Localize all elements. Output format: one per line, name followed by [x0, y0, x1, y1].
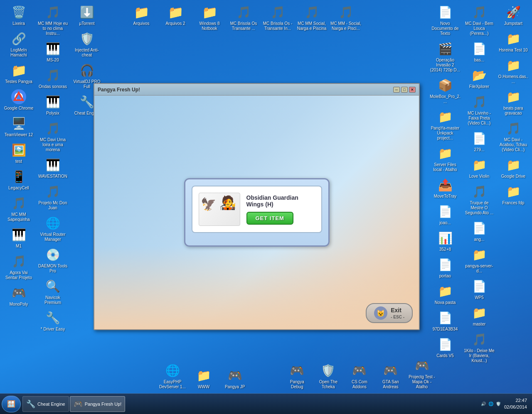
icon-mc-livinho[interactable]: 🎵 MC Livinho - Faixa Preta (Video Cli...… [463, 92, 496, 127]
icon-love-violin[interactable]: 📁 Love Violin [463, 155, 496, 181]
icon-truque[interactable]: 🎵 Truque de Mestre O Segundo Ato ... [463, 181, 496, 217]
icon-label-m1: M1 [16, 244, 22, 249]
icon-lixeira[interactable]: 🗑️ Lixeira [2, 2, 35, 28]
icon-label-driver-easy: * Driver Easy [41, 327, 65, 332]
icon-operacao[interactable]: 🎬 Operação Invasão 2 (2014) 720p D... [429, 39, 462, 74]
icon-mc-brisola[interactable]: 🎵 MC Brisola Os Transante ... [227, 2, 260, 33]
icon-utorrent[interactable]: ⬇️ µTorrent [70, 2, 103, 28]
icon-ms20[interactable]: 🎹 MS-20 [36, 39, 69, 64]
icon-ang[interactable]: 📄 ang... [463, 218, 496, 244]
icon-joao[interactable]: 📄 joao... [429, 201, 462, 227]
icon-bas[interactable]: 📄 bas... [463, 39, 496, 64]
icon-label-jumpstart: Jumpstart [504, 21, 522, 26]
icon-mc-davi-acabou[interactable]: 🎵 MC Davi - Acabou, Tchau (Video Cli...) [497, 118, 530, 154]
taskbar-item-cheat-engine[interactable]: 🔧 Cheat Engine [22, 396, 69, 412]
maximize-button[interactable]: □ [401, 87, 408, 93]
icon-mc-davi-bem-louca[interactable]: 🎵 MC Davi - Bem Louca (Perera...) [463, 2, 496, 38]
icon-arquivos2[interactable]: 📁 Arquivos 2 [159, 2, 192, 33]
taskbar-item-pangya[interactable]: 🎮 Pangya Fresh Up! [70, 396, 126, 412]
icon-pangya-jp[interactable]: 🎮 Pangya JP [220, 365, 249, 391]
icon-wp5[interactable]: 📄 WP5 [463, 276, 496, 302]
pangya-master-icon: 📁 [437, 108, 453, 125]
icon-legacycell[interactable]: 📱 LegacyCell [2, 167, 35, 192]
icon-mc-mm-sapequinha[interactable]: 🎵 MC MM Sapequinha [2, 193, 35, 224]
icon-daemon-tools[interactable]: 💿 DAEMON Tools Pro [36, 245, 69, 275]
icon-pangya-server[interactable]: 📁 pangya-server-d... [463, 245, 496, 275]
ms20-icon: 🎹 [44, 40, 61, 57]
icon-molebox[interactable]: 📦 MoleBox_Pro_2.... [429, 75, 462, 106]
icon-label-ondas: Ondas sonoras [39, 84, 67, 89]
icon-o-homens[interactable]: 📁 O.Homens.das..... [497, 55, 530, 86]
icon-label-pangya-master: PangYa-master Unkpack project... [430, 126, 461, 141]
icon-m1[interactable]: 🎹 M1 [2, 225, 35, 250]
icon-mc-mm-social[interactable]: 🎵 MC MM Social, Narga e Piscina [295, 2, 328, 33]
icon-jumpstart[interactable]: 🚀 Jumpstart [497, 2, 530, 28]
icon-polysix[interactable]: 🎹 Polysix [36, 92, 69, 118]
icon-server-files[interactable]: 📁 Server Files local - Atalho [429, 143, 462, 174]
navicok-icon: 🔍 [44, 278, 61, 294]
icon-agora-vai[interactable]: 🎵 Agora Vai Sentar Projeto [2, 251, 35, 282]
icon-test[interactable]: 🖼️ test [2, 140, 35, 166]
item-info: Obsidian Guardian Wings (H) GET ITEM [246, 194, 315, 225]
icon-frances[interactable]: 📁 Frances fdp [497, 181, 530, 207]
icon-hsreina[interactable]: 📁 Hsreina Test 10 [497, 29, 530, 54]
icon-label-pangya-debug: Pangya Debug [283, 380, 311, 390]
icon-movetotray[interactable]: 📤 MoveToTray [429, 175, 462, 201]
icon-pangya-debug[interactable]: 🎮 Pangya Debug [283, 360, 312, 391]
daemon-tools-icon: 💿 [44, 246, 61, 263]
icon-ondas[interactable]: 🎵 Ondas sonoras [36, 65, 69, 91]
icon-filexplorer[interactable]: 📂 FileXplorer [463, 65, 496, 91]
icon-wavestation[interactable]: 🎹 WAVESTATION [36, 155, 69, 181]
mc-livinho-icon: 🎵 [471, 93, 488, 110]
icon-portao[interactable]: 📄 portao [429, 255, 462, 280]
icon-hamachi[interactable]: 🔗 LogMeIn Hamachi [2, 29, 35, 59]
icon-navicok[interactable]: 🔍 Navicok Premium [36, 276, 69, 307]
icon-novo-doc[interactable]: 📄 Novo Documento de Texto [429, 2, 462, 38]
icon-beats[interactable]: 📁 beats para gravacao [497, 87, 530, 118]
icon-injected[interactable]: 🛡️ Injected Anti-cheat [70, 29, 103, 59]
icon-projectg[interactable]: 🎮 Projectg Test - Mapa Ok - Atalho [407, 355, 436, 391]
icon-teamviewer[interactable]: 🖥️ TeamViewer 12 [2, 113, 35, 139]
injected-icon: 🛡️ [79, 30, 95, 47]
get-item-button[interactable]: GET ITEM [246, 212, 293, 225]
icon-pangya-master[interactable]: 📁 PangYa-master Unkpack project... [429, 107, 462, 142]
teamviewer-icon: 🖥️ [10, 115, 27, 132]
icon-easyphp[interactable]: 🌐 EasyPHP DevServer 1... [158, 360, 187, 391]
start-button[interactable]: 🪟 [2, 396, 21, 412]
bas-icon: 📄 [471, 40, 488, 57]
icon-cs-addons[interactable]: 🎮 CS Com Addons [345, 360, 374, 391]
exit-button[interactable]: 😺 Exit - ESC - [366, 303, 413, 323]
icon-label-legacycell: LegacyCell [8, 186, 29, 191]
icon-label-testes-pangya: Testes Pangya [5, 79, 32, 84]
icon-projeto-mc-don[interactable]: 🎵 Projeto Mc Don Juan [36, 181, 69, 212]
icon-1kilo[interactable]: 🎵 1Kilo - Deixe Me Ir (Baviera, Knust...… [463, 329, 496, 365]
icon-google-chrome[interactable]: Google Chrome [2, 87, 35, 113]
icon-driver-easy[interactable]: 🔧 * Driver Easy [36, 308, 69, 333]
icon-master[interactable]: 📁 master [463, 303, 496, 328]
icon-mc-davi-loira[interactable]: 🎵 MC Davi Uma loira e uma morena [36, 118, 69, 154]
icon-www[interactable]: 📁 WWW [189, 365, 218, 391]
icon-mc-mm-hoje[interactable]: 🎵 MC MM Hoje eu to no clima Instru... [36, 2, 69, 38]
mc-mm-hoje-icon: 🎵 [44, 4, 61, 20]
icon-352[interactable]: 📊 352+8 [429, 228, 462, 254]
minimize-button[interactable]: ─ [393, 87, 400, 93]
icon-testes-pangya[interactable]: 📁 Testes Pangya [2, 60, 35, 86]
icon-nova-pasta[interactable]: 📁 Nova pasta [429, 281, 462, 307]
close-button[interactable]: ✕ [409, 87, 416, 93]
pangya-debug-icon: 🎮 [289, 362, 305, 379]
icon-open-tcheka[interactable]: 🛡️ Open The Tcheka [314, 360, 343, 391]
icon-label-bas: bas... [474, 58, 484, 63]
icon-arquivos[interactable]: 📁 Arquivos [125, 2, 158, 33]
icon-google-drive[interactable]: 📁 Google Drive [497, 155, 530, 181]
icon-monopoly[interactable]: 🎮 MonoPoly [2, 283, 35, 309]
icon-279[interactable]: 📄 279... [463, 128, 496, 154]
icon-mc-mm-social2[interactable]: 🎵 MC MM - Social, Narga e Pisci... [329, 2, 362, 33]
icon-label-mc-brisola2: MC Brisola Os - Transante In... [262, 21, 293, 31]
icon-label-movetotray: MoveToTray [434, 194, 457, 199]
icon-gta[interactable]: 🎮 GTA San Andreas [376, 360, 405, 391]
icon-mc-brisola2[interactable]: 🎵 MC Brisola Os - Transante In... [261, 2, 294, 33]
279-icon: 📄 [471, 130, 488, 147]
icon-virtual-router[interactable]: 🌐 Virtual Router Manager [36, 213, 69, 244]
icon-97d1[interactable]: 📄 97D1EA3B34 [429, 308, 462, 333]
icon-windows8[interactable]: 📁 Windows 8 Notbook [193, 2, 226, 33]
